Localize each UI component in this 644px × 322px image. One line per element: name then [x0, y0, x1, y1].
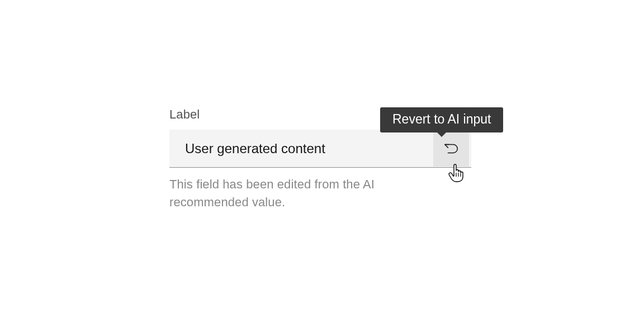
- undo-icon: [443, 140, 460, 157]
- tooltip-text: Revert to AI input: [392, 112, 491, 126]
- tooltip-caret: [437, 132, 447, 137]
- text-input[interactable]: [169, 130, 433, 167]
- helper-text: This field has been edited from the AI r…: [169, 176, 427, 211]
- tooltip: Revert to AI input: [380, 107, 503, 132]
- input-wrapper: [169, 130, 471, 168]
